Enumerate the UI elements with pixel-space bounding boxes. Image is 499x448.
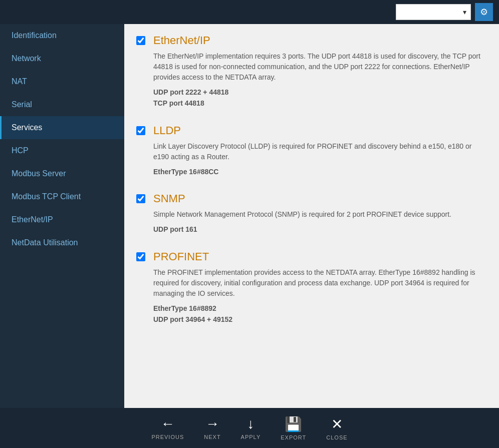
- apply-icon: ↓: [247, 416, 254, 432]
- service-content-snmp: SNMPSimple Network Management Protocol (…: [153, 192, 451, 235]
- service-detail-line: EtherType 16#88CC: [153, 166, 487, 177]
- sidebar-item-modbus-server[interactable]: Modbus Server: [0, 162, 124, 185]
- sidebar: IdentificationNetworkNATSerialServicesHC…: [0, 24, 124, 408]
- checkbox-input-lldp[interactable]: [136, 126, 145, 135]
- service-detail-line: UDP port 34964 + 49152: [153, 314, 487, 325]
- service-lldp: LLDPLink Layer Discovery Protocol (LLDP)…: [136, 124, 487, 177]
- service-desc-snmp: Simple Network Management Protocol (SNMP…: [153, 209, 451, 220]
- service-checkbox-ethernet-ip[interactable]: [136, 36, 145, 109]
- service-detail-line: EtherType 16#8892: [153, 303, 487, 314]
- export-icon: 💾: [285, 416, 302, 432]
- service-title-lldp: LLDP: [153, 124, 487, 137]
- sidebar-item-modbus-tcp-client[interactable]: Modbus TCP Client: [0, 185, 124, 208]
- header: ▾ ⚙: [0, 0, 499, 24]
- checkbox-input-snmp[interactable]: [136, 194, 145, 203]
- export-button[interactable]: 💾EXPORT: [281, 416, 306, 440]
- service-title-profinet: PROFINET: [153, 250, 487, 263]
- gear-button[interactable]: ⚙: [475, 3, 493, 21]
- service-details-profinet: EtherType 16#8892UDP port 34964 + 49152: [153, 303, 487, 325]
- sidebar-item-nat[interactable]: NAT: [0, 70, 124, 93]
- previous-icon: ←: [161, 416, 175, 432]
- sidebar-item-network[interactable]: Network: [0, 47, 124, 70]
- checkbox-input-profinet[interactable]: [136, 252, 145, 261]
- footer: ←PREVIOUS→NEXT↓APPLY💾EXPORT✕CLOSE: [0, 408, 499, 448]
- sidebar-item-hcp[interactable]: HCP: [0, 139, 124, 162]
- service-desc-profinet: The PROFINET implementation provides acc…: [153, 267, 487, 299]
- apply-button[interactable]: ↓APPLY: [241, 416, 261, 440]
- service-detail-line: UDP port 2222 + 44818: [153, 87, 487, 98]
- service-content-ethernet-ip: EtherNet/IPThe EtherNet/IP implementatio…: [153, 34, 487, 109]
- gear-icon: ⚙: [480, 7, 488, 18]
- next-button[interactable]: →NEXT: [204, 416, 220, 440]
- service-details-snmp: UDP port 161: [153, 224, 451, 235]
- service-title-ethernet-ip: EtherNet/IP: [153, 34, 487, 47]
- service-desc-lldp: Link Layer Discovery Protocol (LLDP) is …: [153, 141, 487, 162]
- header-controls: ▾ ⚙: [396, 3, 493, 21]
- sidebar-item-serial[interactable]: Serial: [0, 93, 124, 116]
- next-icon: →: [205, 416, 219, 432]
- main-content: IdentificationNetworkNATSerialServicesHC…: [0, 24, 499, 408]
- chevron-down-icon: ▾: [463, 8, 466, 16]
- close-button[interactable]: ✕CLOSE: [326, 416, 347, 440]
- service-profinet: PROFINETThe PROFINET implementation prov…: [136, 250, 487, 325]
- service-details-ethernet-ip: UDP port 2222 + 44818TCP port 44818: [153, 87, 487, 109]
- previous-button[interactable]: ←PREVIOUS: [151, 416, 184, 440]
- sidebar-item-ethernet-ip[interactable]: EtherNet/IP: [0, 208, 124, 231]
- export-label: EXPORT: [281, 434, 306, 440]
- service-details-lldp: EtherType 16#88CC: [153, 166, 487, 177]
- sidebar-item-services[interactable]: Services: [0, 116, 124, 139]
- service-detail-line: UDP port 161: [153, 224, 451, 235]
- sidebar-item-netdata-utilisation[interactable]: NetData Utilisation: [0, 231, 124, 254]
- service-detail-line: TCP port 44818: [153, 98, 487, 109]
- service-checkbox-profinet[interactable]: [136, 252, 145, 325]
- service-checkbox-snmp[interactable]: [136, 194, 145, 235]
- previous-label: PREVIOUS: [151, 434, 184, 440]
- common-dropdown[interactable]: ▾: [396, 4, 471, 20]
- sidebar-item-identification[interactable]: Identification: [0, 24, 124, 47]
- next-label: NEXT: [204, 434, 220, 440]
- service-content-lldp: LLDPLink Layer Discovery Protocol (LLDP)…: [153, 124, 487, 177]
- apply-label: APPLY: [241, 434, 261, 440]
- service-title-snmp: SNMP: [153, 192, 451, 205]
- checkbox-input-ethernet-ip[interactable]: [136, 36, 145, 45]
- close-label: CLOSE: [326, 434, 347, 440]
- services-content: EtherNet/IPThe EtherNet/IP implementatio…: [124, 24, 499, 408]
- service-snmp: SNMPSimple Network Management Protocol (…: [136, 192, 487, 235]
- service-desc-ethernet-ip: The EtherNet/IP implementation requires …: [153, 51, 487, 83]
- service-ethernet-ip: EtherNet/IPThe EtherNet/IP implementatio…: [136, 34, 487, 109]
- close-icon: ✕: [331, 416, 343, 432]
- service-content-profinet: PROFINETThe PROFINET implementation prov…: [153, 250, 487, 325]
- service-checkbox-lldp[interactable]: [136, 126, 145, 177]
